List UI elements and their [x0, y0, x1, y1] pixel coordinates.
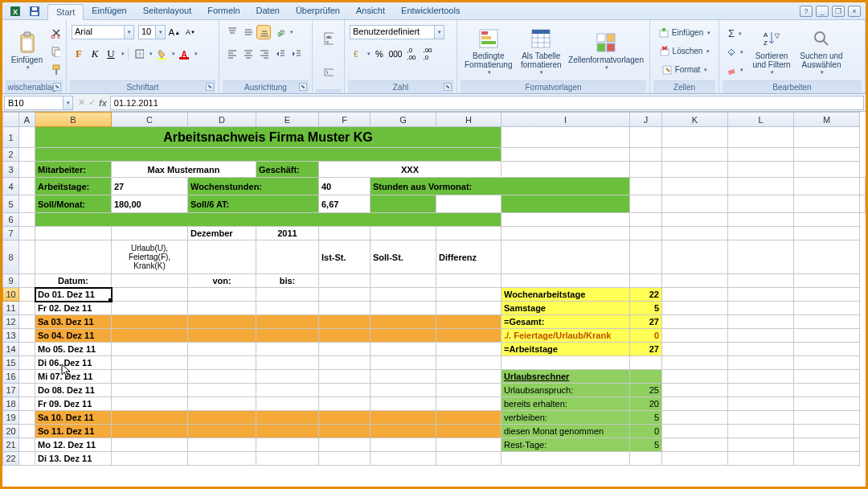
cell[interactable] — [728, 162, 794, 178]
column-header-C[interactable]: C — [112, 113, 188, 127]
restore-icon[interactable]: ❐ — [832, 6, 845, 17]
column-header-L[interactable]: L — [728, 113, 794, 127]
row-header-15[interactable]: 15 — [3, 356, 19, 370]
cell[interactable] — [371, 227, 436, 240]
cell[interactable] — [319, 452, 371, 466]
cell[interactable]: Differenz — [436, 240, 502, 274]
help-icon[interactable]: ? — [800, 6, 813, 17]
cell[interactable]: Urlaubsanspruch: — [502, 384, 630, 397]
cell[interactable]: Mo 12. Dez 11 — [35, 438, 112, 452]
cell[interactable] — [860, 178, 866, 195]
cell[interactable] — [502, 127, 630, 148]
cell[interactable] — [112, 452, 188, 466]
formula-input[interactable]: 01.12.2011 — [110, 96, 864, 110]
cell[interactable] — [436, 370, 502, 384]
comma-icon[interactable]: 000 — [388, 47, 403, 61]
ribbon-tab-ansicht[interactable]: Ansicht — [348, 3, 393, 19]
cell[interactable] — [436, 227, 502, 240]
row-header-3[interactable]: 3 — [3, 162, 19, 178]
cell[interactable] — [436, 302, 502, 315]
cell[interactable] — [436, 195, 502, 213]
cell[interactable] — [794, 370, 860, 384]
cell[interactable] — [630, 162, 662, 178]
italic-button[interactable]: K — [88, 47, 102, 61]
cell[interactable] — [19, 315, 35, 329]
cell[interactable]: 0 — [630, 425, 662, 438]
merge-icon[interactable] — [321, 65, 336, 80]
cell[interactable] — [436, 315, 502, 329]
increase-indent-icon[interactable] — [289, 47, 303, 61]
cell[interactable]: XXX — [319, 162, 502, 178]
cell[interactable]: 180,00 — [112, 195, 188, 213]
cell[interactable] — [19, 274, 35, 288]
cell[interactable] — [794, 178, 860, 195]
cell[interactable] — [112, 274, 188, 288]
cell[interactable]: Urlaub(U), Feiertag(F), Krank(K) — [112, 240, 188, 274]
cell[interactable] — [19, 240, 35, 274]
cell[interactable] — [728, 315, 794, 329]
cell[interactable] — [794, 329, 860, 343]
cell[interactable] — [371, 438, 436, 452]
cell[interactable] — [371, 315, 436, 329]
cell[interactable]: 6,67 — [319, 195, 371, 213]
format-painter-icon[interactable] — [48, 63, 63, 77]
fill-button[interactable]: ▾ — [724, 46, 746, 59]
cell[interactable] — [728, 370, 794, 384]
cell[interactable] — [188, 343, 256, 356]
cell[interactable]: verbleiben: — [502, 411, 630, 425]
cell[interactable] — [794, 288, 860, 302]
cell[interactable] — [19, 397, 35, 411]
cell[interactable] — [19, 384, 35, 397]
row-header-22[interactable]: 22 — [3, 452, 19, 466]
cell[interactable]: So 11. Dez 11 — [35, 425, 112, 438]
cell[interactable]: Ist-St. — [319, 240, 371, 274]
fx-icon[interactable]: fx — [99, 98, 107, 108]
cell[interactable]: Sa 10. Dez 11 — [35, 411, 112, 425]
border-icon[interactable] — [132, 47, 146, 61]
cell[interactable]: Dezember — [188, 227, 256, 240]
copy-icon[interactable] — [48, 44, 63, 59]
excel-icon[interactable]: X — [7, 3, 23, 19]
cell[interactable]: Do 08. Dez 11 — [35, 384, 112, 397]
cell[interactable] — [35, 227, 112, 240]
cell[interactable] — [502, 148, 630, 162]
cell[interactable]: Sa 03. Dez 11 — [35, 315, 112, 329]
cell[interactable] — [436, 452, 502, 466]
cell[interactable] — [728, 148, 794, 162]
row-header-6[interactable]: 6 — [3, 213, 19, 227]
cell[interactable] — [662, 329, 728, 343]
cell[interactable] — [728, 195, 794, 213]
cell[interactable] — [436, 425, 502, 438]
cell[interactable] — [256, 356, 319, 370]
cancel-formula-icon[interactable]: ✕ — [78, 97, 85, 108]
align-left-icon[interactable] — [224, 47, 239, 61]
cell[interactable] — [794, 213, 860, 227]
cell[interactable] — [319, 438, 371, 452]
cell[interactable] — [662, 397, 728, 411]
cell[interactable] — [256, 438, 319, 452]
cell[interactable]: 5 — [630, 438, 662, 452]
cell[interactable] — [19, 425, 35, 438]
cell[interactable] — [794, 127, 860, 148]
conditional-formatting-button[interactable]: Bedingte Formatierung▾ — [462, 23, 514, 79]
ribbon-tab-einfügen[interactable]: Einfügen — [84, 3, 134, 19]
column-header-E[interactable]: E — [256, 113, 319, 127]
cell[interactable] — [662, 162, 728, 178]
cell[interactable] — [112, 302, 188, 315]
cell[interactable] — [112, 343, 188, 356]
cell[interactable] — [436, 329, 502, 343]
cell[interactable] — [19, 127, 35, 148]
autosum-button[interactable]: Σ▾ — [724, 26, 746, 41]
cell[interactable] — [630, 227, 662, 240]
cell[interactable] — [502, 274, 630, 288]
cell[interactable] — [19, 438, 35, 452]
column-header-H[interactable]: H — [436, 113, 502, 127]
cell[interactable] — [35, 240, 112, 274]
cell[interactable]: Soll-St. — [371, 240, 436, 274]
cell[interactable] — [19, 329, 35, 343]
underline-button[interactable]: U — [104, 47, 118, 61]
cell[interactable] — [662, 343, 728, 356]
cell[interactable] — [19, 411, 35, 425]
cell[interactable]: 25 — [630, 384, 662, 397]
cell[interactable] — [794, 425, 860, 438]
